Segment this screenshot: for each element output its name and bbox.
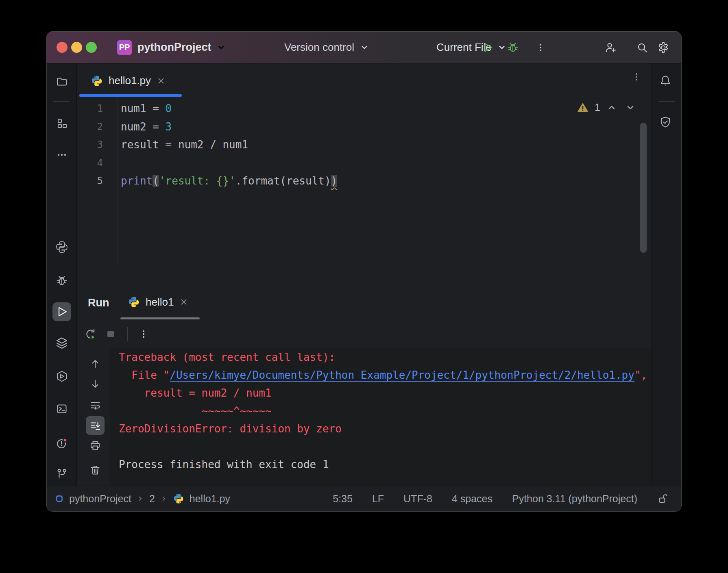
code-token: 3 — [166, 121, 172, 133]
project-badge: PP — [117, 40, 132, 55]
up-arrow-icon[interactable] — [86, 354, 105, 373]
code-token: num1 = — [121, 102, 166, 115]
run-tool-window-header: Run hello1 — [77, 285, 652, 320]
caret-position[interactable]: 5:35 — [333, 493, 353, 505]
console-line: File "/Users/kimye/Documents/Python_Exam… — [119, 366, 652, 384]
tab-options-icon[interactable] — [631, 72, 642, 82]
run-panel-title: Run — [88, 297, 109, 309]
traceback-file-link[interactable]: /Users/kimye/Documents/Python_Example/Pr… — [170, 369, 634, 381]
run-body: Traceback (most recent call last): File … — [77, 348, 652, 486]
run-tool-window: Run hello1 — [77, 285, 652, 486]
python-console-icon[interactable] — [52, 367, 71, 386]
code-token: Traceback (most recent call last): — [119, 351, 335, 363]
stripe-divider — [658, 101, 675, 102]
warning-icon[interactable] — [578, 102, 588, 113]
previous-problem-icon[interactable] — [607, 103, 617, 113]
code-token: File " — [119, 369, 170, 381]
close-icon[interactable] — [157, 76, 166, 85]
debug-tool-icon[interactable] — [52, 271, 71, 290]
clear-trash-icon[interactable] — [86, 461, 105, 480]
pycharm-window: PP pythonProject Version control Current… — [47, 32, 681, 511]
run-tab-label: hello1 — [146, 296, 174, 308]
down-arrow-icon[interactable] — [86, 375, 105, 393]
code-token: ~~~~~^~~~~~ — [119, 405, 272, 417]
stop-icon[interactable] — [105, 328, 117, 340]
breadcrumb: pythonProject 2 hello1.py — [55, 493, 230, 505]
close-window-button[interactable] — [57, 42, 68, 53]
console-line: ZeroDivisionError: division by zero — [119, 420, 652, 438]
indent-setting[interactable]: 4 spaces — [452, 493, 493, 505]
code-token: ' — [229, 175, 235, 187]
breadcrumb-file[interactable]: hello1.py — [190, 493, 230, 505]
version-control-label: Version control — [284, 41, 354, 54]
settings-icon[interactable] — [654, 39, 672, 56]
console-toolbar — [77, 348, 110, 486]
rerun-icon[interactable] — [83, 328, 96, 341]
editor-scrollbar-thumb[interactable] — [640, 123, 647, 253]
right-tool-stripe — [652, 63, 681, 486]
line-number: 3 — [77, 136, 103, 154]
scroll-to-end-icon[interactable] — [86, 416, 105, 435]
code-line — [121, 154, 603, 172]
toolbar-divider — [127, 327, 128, 341]
minimize-window-button[interactable] — [71, 42, 82, 53]
print-icon[interactable] — [86, 436, 105, 455]
more-tools-icon[interactable] — [52, 145, 71, 164]
unlocked-icon[interactable] — [657, 493, 669, 504]
console-line: Process finished with exit code 1 — [119, 456, 652, 473]
editor-zone: hello1.py 12345 num1 = 0num2 = 3result =… — [77, 63, 652, 486]
console-line: Traceback (most recent call last): — [119, 348, 652, 366]
inspection-widget: 1 — [578, 102, 635, 113]
code-token: ", — [634, 369, 647, 381]
services-icon[interactable] — [52, 334, 71, 352]
editor-gutter: 12345 — [77, 100, 103, 190]
editor-tab-hello1py[interactable]: hello1.py — [79, 63, 175, 98]
python-packages-icon[interactable] — [52, 238, 71, 256]
run-console-output[interactable]: Traceback (most recent call last): File … — [110, 348, 652, 486]
code-line: num1 = 0 — [121, 100, 603, 118]
more-icon[interactable] — [138, 329, 149, 339]
breadcrumb-project[interactable]: pythonProject — [69, 493, 131, 505]
project-widget[interactable]: PP pythonProject — [117, 32, 226, 63]
code-token: ZeroDivisionError: division by zero — [119, 423, 342, 435]
code-content: num1 = 0num2 = 3result = num2 / num1 pri… — [121, 100, 603, 190]
chevron-right-icon — [137, 495, 144, 502]
debug-icon[interactable] — [504, 39, 522, 56]
notifications-bell-icon[interactable] — [656, 72, 675, 90]
run-toolbar — [77, 320, 652, 348]
close-icon[interactable] — [179, 297, 188, 306]
chevron-down-icon — [360, 43, 369, 52]
editor-tab-label: hello1.py — [109, 74, 151, 87]
breadcrumb-root-icon[interactable] — [55, 494, 64, 503]
line-number: 5 — [77, 172, 103, 190]
main-area: hello1.py 12345 num1 = 0num2 = 3result =… — [47, 63, 681, 486]
git-icon[interactable] — [52, 464, 71, 483]
line-separator[interactable]: LF — [372, 493, 384, 505]
code-editor[interactable]: 12345 num1 = 0num2 = 3result = num2 / nu… — [77, 98, 652, 266]
terminal-icon[interactable] — [52, 399, 71, 418]
zoom-window-button[interactable] — [86, 42, 97, 53]
run-tab-hello1[interactable]: hello1 — [120, 285, 196, 319]
add-user-icon[interactable] — [602, 39, 619, 56]
python-interpreter[interactable]: Python 3.11 (pythonProject) — [512, 493, 637, 505]
file-encoding[interactable]: UTF-8 — [403, 493, 432, 505]
structure-icon[interactable] — [52, 114, 71, 133]
search-icon[interactable] — [633, 39, 651, 56]
chevron-down-icon — [217, 43, 226, 52]
code-token: {} — [216, 175, 229, 187]
code-token: ( — [153, 175, 159, 187]
code-token: ) — [331, 175, 338, 187]
project-folder-icon[interactable] — [52, 72, 71, 91]
shield-check-icon[interactable] — [656, 113, 675, 132]
version-control-widget[interactable]: Version control — [284, 32, 369, 63]
run-icon[interactable] — [479, 39, 497, 56]
python-file-icon — [173, 493, 184, 504]
run-tool-icon[interactable] — [52, 302, 71, 321]
soft-wrap-icon[interactable] — [86, 396, 105, 415]
next-problem-icon[interactable] — [626, 103, 635, 113]
code-line: num2 = 3 — [121, 118, 603, 136]
breadcrumb-folder[interactable]: 2 — [149, 493, 155, 505]
problems-icon[interactable] — [52, 434, 71, 453]
project-name: pythonProject — [137, 41, 211, 54]
more-icon[interactable] — [532, 39, 549, 56]
